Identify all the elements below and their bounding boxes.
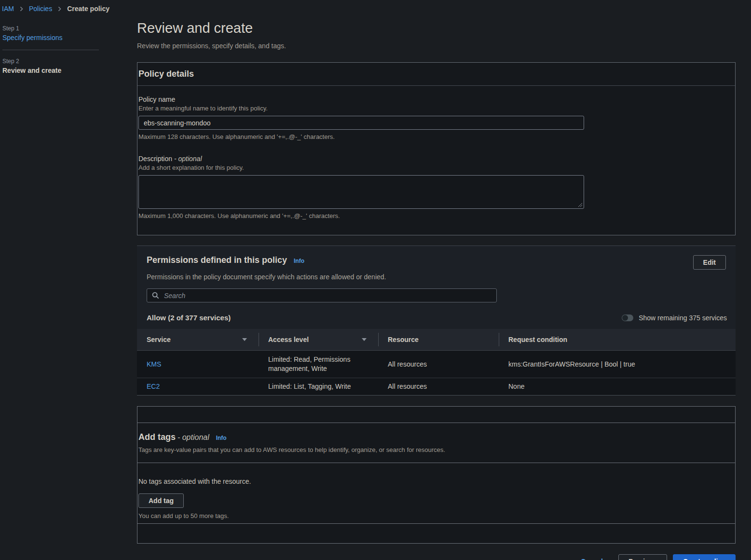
policy-details-panel: Policy details Policy name Enter a meani… [137,62,736,235]
no-tags-text: No tags associated with the resource. [138,478,734,485]
show-remaining-toggle-group: Show remaining 375 services [622,314,727,322]
column-header-access-level: Access level [259,329,378,350]
permissions-section: Permissions defined in this policy Info … [137,246,736,396]
breadcrumb-current: Create policy [67,5,109,13]
permissions-table: Service Access level Resource Request co… [137,329,736,396]
policy-name-field-group: Policy name Enter a meaningful name to i… [138,96,734,140]
search-input[interactable] [163,291,492,300]
breadcrumb-link-iam[interactable]: IAM [2,5,14,13]
add-tags-top-strip [137,407,735,423]
resource-cell: All resources [378,378,499,395]
policy-details-title: Policy details [137,63,735,86]
description-textarea[interactable] [138,175,584,209]
wizard-actions: Cancel Previous Create policy [137,554,736,560]
column-header-access-level-label: Access level [268,336,309,343]
access-level-filter-arrow-icon[interactable] [362,338,367,341]
allow-services-heading: Allow (2 of 377 services) [147,314,231,322]
permissions-info-link[interactable]: Info [294,258,304,264]
column-header-request-condition-label: Request condition [508,336,567,343]
previous-button[interactable]: Previous [618,554,667,560]
add-tags-info-link[interactable]: Info [216,435,227,441]
step-2-current-review-and-create: Review and create [2,67,99,74]
column-header-service-label: Service [147,336,171,343]
service-cell: KMS [137,355,259,373]
resize-grip-icon[interactable] [578,203,583,207]
create-policy-button[interactable]: Create policy [673,554,736,560]
description-field-group: Description - optional Add a short expla… [138,155,734,219]
request-condition-cell: None [499,378,736,395]
show-remaining-toggle-label: Show remaining 375 services [639,314,727,322]
page-subtitle: Review the permissions, specify details,… [137,42,736,50]
step-1-link-specify-permissions[interactable]: Specify permissions [2,34,63,41]
show-remaining-toggle[interactable] [622,314,633,321]
add-tags-title: Add tags [138,432,176,442]
page-title: Review and create [137,20,736,36]
column-header-resource-label: Resource [388,336,419,343]
description-label-text: Description [138,155,172,163]
column-header-request-condition: Request condition [499,329,736,350]
policy-name-label: Policy name [138,96,734,103]
service-cell: EC2 [137,378,259,395]
description-label: Description - optional [138,155,734,163]
access-level-cell: Limited: List, Tagging, Write [259,378,378,395]
search-icon [152,292,159,299]
description-constraint: Maximum 1,000 characters. Use alphanumer… [138,212,734,219]
chevron-right-icon [57,6,62,12]
step-divider [2,50,99,50]
edit-button[interactable]: Edit [693,255,726,270]
policy-name-hint: Enter a meaningful name to identify this… [138,105,734,112]
step-1: Step 1 Specify permissions [2,25,99,41]
add-tags-bottom-strip [137,524,735,543]
tags-limit-text: You can add up to 50 more tags. [138,512,734,519]
column-header-resource: Resource [378,329,499,350]
add-tags-optional-text: - optional [178,433,209,441]
main-content: Review and create Review the permissions… [137,20,736,560]
policy-name-constraint: Maximum 128 characters. Use alphanumeric… [138,133,734,140]
add-tags-heading-wrap: Add tags - optional Info [138,432,734,442]
request-condition-cell: kms:GrantIsForAWSResource | Bool | true [499,355,736,373]
wizard-steps-sidebar: Step 1 Specify permissions Step 2 Review… [2,25,99,74]
permissions-heading-wrap: Permissions defined in this policy Info [147,255,304,265]
service-link-kms[interactable]: KMS [147,360,161,368]
access-level-cell: Limited: Read, Permissions management, W… [259,351,378,378]
table-row: KMS Limited: Read, Permissions managemen… [137,351,736,378]
step-2-label: Step 2 [2,58,99,65]
resource-cell: All resources [378,355,499,373]
description-hint: Add a short explanation for this policy. [138,164,734,171]
permissions-table-header: Service Access level Resource Request co… [137,329,736,351]
cancel-button[interactable]: Cancel [581,558,603,560]
column-header-service: Service [137,329,259,350]
add-tags-description: Tags are key-value pairs that you can ad… [138,446,734,453]
add-tag-button[interactable]: Add tag [138,493,184,508]
permissions-search-box [147,288,497,302]
service-filter-arrow-icon[interactable] [242,338,247,341]
policy-name-input[interactable] [138,116,584,130]
step-2: Step 2 Review and create [2,58,99,74]
description-optional-text: - optional [174,155,202,163]
breadcrumb: IAM Policies Create policy [2,5,109,13]
step-1-label: Step 1 [2,25,99,32]
toggle-knob [622,315,628,321]
service-link-ec2[interactable]: EC2 [147,382,160,390]
table-row: EC2 Limited: List, Tagging, Write All re… [137,378,736,396]
permissions-description: Permissions in the policy document speci… [147,273,726,281]
breadcrumb-link-policies[interactable]: Policies [29,5,52,13]
chevron-right-icon [19,6,24,12]
permissions-section-title: Permissions defined in this policy [147,255,287,265]
add-tags-panel: Add tags - optional Info Tags are key-va… [137,406,736,544]
